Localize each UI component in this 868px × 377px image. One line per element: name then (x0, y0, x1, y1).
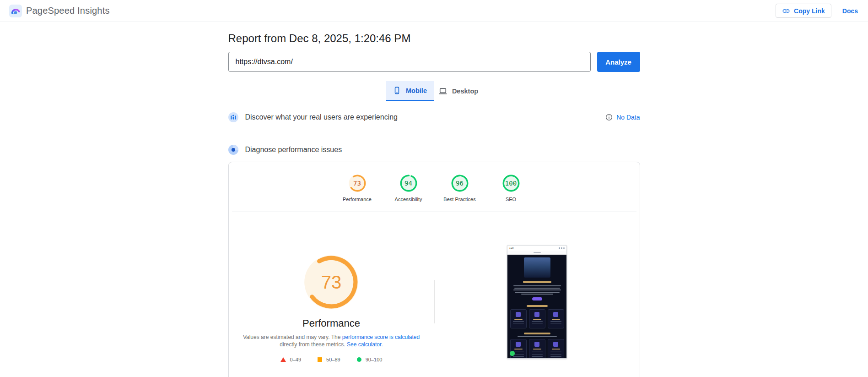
see-calculator-link[interactable]: See calculator. (347, 341, 383, 348)
thumb-card (548, 339, 564, 359)
thumb-text-bar (533, 349, 541, 350)
no-data-label: No Data (616, 114, 640, 121)
thumb-text-bar (513, 356, 524, 357)
disclaimer-text: Values are estimated and may vary. The (243, 334, 342, 340)
thumb-text-bar (513, 290, 561, 290)
thumb-url-bar (507, 251, 566, 255)
thumb-text-bar (515, 292, 560, 293)
copy-link-label: Copy Link (794, 7, 825, 15)
thumb-card (510, 309, 527, 328)
app-title: PageSpeed Insights (26, 5, 110, 16)
lighthouse-results-card: 73 Performance 94 Accessibility 96 Best … (228, 162, 640, 377)
url-input[interactable] (228, 52, 591, 72)
thumb-whatsapp-button (510, 351, 515, 356)
score-gauge-performance[interactable]: 73 Performance (332, 175, 383, 202)
thumb-text-bar (550, 355, 561, 355)
score-label: Best Practices (443, 197, 475, 202)
lab-data-section: Diagnose performance issues (228, 145, 640, 155)
score-label: Performance (343, 197, 372, 202)
thumb-text-bar (532, 353, 543, 354)
report-title: Report from Dec 8, 2025, 1:20:46 PM (228, 32, 640, 45)
tab-mobile[interactable]: Mobile (386, 81, 434, 101)
thumb-card (529, 309, 545, 328)
thumb-card (529, 339, 545, 359)
thumb-text-bar (514, 319, 523, 320)
info-icon (605, 114, 613, 121)
thumb-status-time: 1:20 (509, 247, 513, 249)
thumb-text-bar (518, 336, 557, 337)
field-data-title: Discover what your real users are experi… (245, 113, 398, 121)
thumb-text-bar (514, 358, 523, 359)
thumb-text-bar (521, 294, 553, 295)
thumb-text-bar (550, 351, 561, 352)
analyze-button[interactable]: Analyze (597, 52, 640, 72)
score-value: 96 (451, 175, 469, 192)
pagespeed-logo-icon (9, 5, 22, 17)
thumb-text-bar (514, 325, 523, 326)
thumb-text-bar (550, 356, 561, 357)
score-legend: 0–49 50–89 90–100 (280, 357, 383, 362)
thumb-text-bar (513, 321, 524, 322)
thumb-text-bar (552, 358, 560, 359)
thumb-text-bar (550, 353, 561, 354)
thumb-text-bar (532, 356, 543, 357)
thumb-card-icon (553, 342, 558, 347)
tab-mobile-label: Mobile (406, 87, 427, 94)
thumb-hero-image (524, 257, 550, 278)
performance-summary-pane: 73 Performance Values are estimated and … (229, 212, 434, 362)
thumb-text-bar (523, 281, 551, 283)
score-calculation-link[interactable]: performance score is calculated (342, 334, 420, 340)
lab-data-title: Diagnose performance issues (245, 146, 342, 154)
thumb-text-bar (514, 288, 560, 289)
thumb-text-bar (524, 333, 550, 334)
diagnose-radar-icon (228, 145, 238, 155)
field-data-status[interactable]: No Data (605, 114, 640, 121)
thumb-text-bar (527, 305, 548, 307)
performance-gauge: 73 (304, 255, 359, 310)
average-square-icon (318, 357, 322, 362)
thumb-cta-button (532, 297, 542, 301)
score-summary-nav: 73 Performance 94 Accessibility 96 Best … (229, 162, 640, 212)
score-gauge-best-practices[interactable]: 96 Best Practices (434, 175, 485, 202)
copy-link-button[interactable]: Copy Link (776, 4, 831, 18)
disclaimer-text: directly from these metrics. (280, 341, 347, 348)
field-data-section[interactable]: Discover what your real users are experi… (228, 112, 640, 129)
legend-range: 50–89 (326, 357, 340, 362)
brand: PageSpeed Insights (9, 5, 110, 17)
real-users-icon (228, 112, 238, 122)
thumb-text-bar (550, 323, 561, 324)
page-screenshot-thumbnail: 1:20 (507, 245, 567, 359)
thumb-card-icon (534, 342, 539, 347)
score-gauge-seo[interactable]: 100 SEO (485, 175, 537, 202)
score-value: 73 (349, 175, 366, 192)
thumb-text-bar (513, 323, 524, 324)
pass-circle-icon (357, 357, 361, 362)
thumb-text-bar (552, 349, 560, 350)
legend-item-average: 50–89 (318, 357, 340, 362)
score-value: 94 (400, 175, 417, 192)
thumb-status-bar: 1:20 (507, 246, 566, 251)
mobile-phone-icon (393, 86, 401, 95)
thumb-card-icon (553, 312, 558, 317)
thumb-text-bar (532, 351, 543, 352)
legend-item-pass: 90–100 (357, 357, 383, 362)
app-header: PageSpeed Insights Copy Link Docs (0, 0, 868, 22)
thumb-status-icons (559, 247, 565, 249)
thumb-card (548, 309, 564, 328)
thumb-text-bar (533, 325, 541, 326)
tab-desktop[interactable]: Desktop (434, 81, 483, 101)
legend-item-fail: 0–49 (280, 357, 301, 362)
thumb-text-bar (532, 321, 543, 322)
desktop-laptop-icon (438, 87, 447, 96)
docs-link[interactable]: Docs (842, 7, 858, 15)
thumb-text-bar (552, 325, 560, 326)
score-label: SEO (506, 197, 516, 202)
thumb-card-icon (534, 312, 539, 317)
device-tabs: Mobile Desktop (228, 81, 640, 101)
thumb-card-icon (516, 342, 521, 347)
tab-desktop-label: Desktop (452, 87, 478, 95)
score-gauge-accessibility[interactable]: 94 Accessibility (383, 175, 434, 202)
thumb-text-bar (514, 349, 523, 350)
thumb-text-bar (533, 319, 541, 320)
analyze-form: Analyze (228, 52, 640, 72)
